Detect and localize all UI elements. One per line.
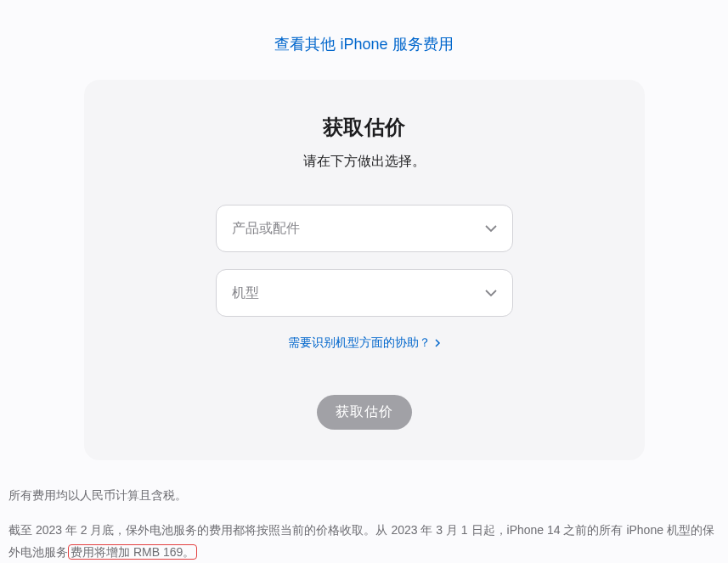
help-link-label: 需要识别机型方面的协助？ xyxy=(288,335,431,351)
footnote-highlight: 费用将增加 RMB 169。 xyxy=(68,544,197,560)
chevron-down-icon xyxy=(485,287,497,299)
footnote-text-lead: 务 xyxy=(56,545,68,559)
model-select[interactable]: 机型 xyxy=(216,269,513,317)
other-services-link[interactable]: 查看其他 iPhone 服务费用 xyxy=(274,36,453,53)
chevron-right-icon xyxy=(434,339,441,347)
chevron-down-icon xyxy=(485,222,497,234)
card-title: 获取估价 xyxy=(84,114,645,141)
identify-model-help-link[interactable]: 需要识别机型方面的协助？ xyxy=(288,335,441,351)
footnotes: 所有费用均以人民币计算且含税。 截至 2023 年 2 月底，保外电池服务的费用… xyxy=(7,460,721,563)
footnote-tax: 所有费用均以人民币计算且含税。 xyxy=(8,484,720,507)
top-link-container: 查看其他 iPhone 服务费用 xyxy=(7,0,721,80)
estimate-card: 获取估价 请在下方做出选择。 产品或配件 机型 需要识别机型方面的协助？ 获取估… xyxy=(84,80,645,460)
product-select[interactable]: 产品或配件 xyxy=(216,205,513,252)
footnote-price-change: 截至 2023 年 2 月底，保外电池服务的费用都将按照当前的价格收取。从 20… xyxy=(8,519,720,563)
product-select-label: 产品或配件 xyxy=(232,220,300,238)
card-subtitle: 请在下方做出选择。 xyxy=(84,153,645,171)
model-select-label: 机型 xyxy=(232,284,259,302)
get-estimate-button[interactable]: 获取估价 xyxy=(317,395,412,430)
